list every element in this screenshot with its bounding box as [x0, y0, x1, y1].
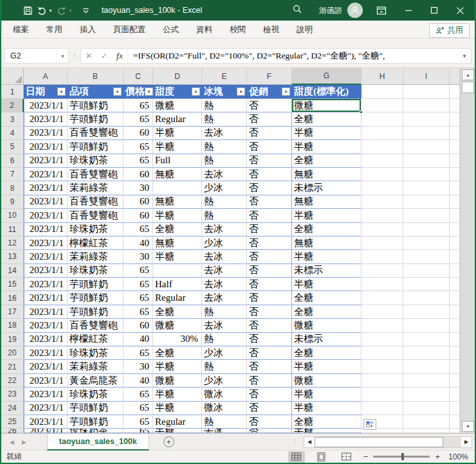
cell-E3[interactable]: 熱: [202, 112, 247, 126]
column-header-B[interactable]: B: [68, 68, 124, 85]
cell-G23[interactable]: 半糖: [292, 388, 362, 401]
cell-D9[interactable]: 無糖: [153, 195, 202, 209]
cell-G9[interactable]: 無糖: [292, 195, 362, 209]
scroll-right-icon[interactable]: ▶: [461, 437, 471, 447]
column-header-I[interactable]: I: [403, 68, 450, 85]
cell-C17[interactable]: 65: [124, 305, 153, 319]
cell-partial11[interactable]: [450, 223, 460, 236]
cell-I8[interactable]: [403, 181, 450, 195]
cell-G19[interactable]: 未標示: [292, 333, 362, 346]
formula-input[interactable]: =IFS(OR(D2="Full", D2="100%", D2="Regula…: [133, 50, 458, 62]
cell-H11[interactable]: [362, 223, 403, 236]
cell-partial3[interactable]: [450, 112, 460, 126]
cell-H7[interactable]: [362, 168, 403, 181]
cell-H18[interactable]: [362, 319, 403, 332]
cell-F17[interactable]: 否: [247, 305, 292, 319]
cell-G5[interactable]: 半糖: [292, 140, 362, 154]
filter-dropdown-icon[interactable]: ▼: [282, 87, 290, 96]
cell-G12[interactable]: 無糖: [292, 236, 362, 250]
row-header-18[interactable]: 18: [1, 319, 24, 332]
cell-B7[interactable]: 百香雙響砲: [68, 168, 124, 181]
ribbon-tab-0[interactable]: 檔案: [13, 25, 29, 34]
search-icon[interactable]: [292, 4, 302, 17]
cell-H5[interactable]: [362, 140, 403, 154]
undo-caret-icon[interactable]: ▼: [48, 8, 53, 13]
cell-H15[interactable]: [362, 278, 403, 291]
cell-E19[interactable]: 熱: [202, 333, 247, 346]
cell-A10[interactable]: 2023/1/1: [24, 209, 68, 222]
page-break-preview-icon[interactable]: [338, 451, 355, 463]
cell-D15[interactable]: Half: [153, 278, 202, 291]
cell-B1[interactable]: 品項▼: [68, 85, 124, 99]
cell-A9[interactable]: 2023/1/1: [24, 195, 68, 209]
cell-partial12[interactable]: [450, 236, 460, 250]
cell-partial13[interactable]: [450, 250, 460, 263]
cell-H20[interactable]: [362, 346, 403, 360]
cell-I26[interactable]: [403, 429, 450, 433]
cell-E6[interactable]: 熱: [202, 154, 247, 168]
cell-H22[interactable]: [362, 374, 403, 388]
cell-I4[interactable]: [403, 127, 450, 140]
cell-B24[interactable]: 芋頭鮮奶: [68, 402, 124, 415]
cell-G4[interactable]: 半糖: [292, 127, 362, 140]
cell-H14[interactable]: [362, 264, 403, 278]
cell-H1[interactable]: [362, 85, 403, 99]
cell-B14[interactable]: 珍珠奶茶: [68, 264, 124, 278]
cell-G10[interactable]: 半糖: [292, 209, 362, 222]
cell-D11[interactable]: 全糖: [153, 223, 202, 236]
undo-button[interactable]: ▼: [37, 5, 53, 15]
cell-G17[interactable]: 全糖: [292, 305, 362, 319]
cell-D12[interactable]: 無糖: [153, 236, 202, 250]
cell-G22[interactable]: 微糖: [292, 374, 362, 388]
cell-F25[interactable]: 否: [247, 415, 292, 429]
row-header-3[interactable]: 3: [1, 112, 24, 126]
row-header-22[interactable]: 22: [1, 374, 24, 388]
cell-D13[interactable]: 半糖: [153, 250, 202, 263]
row-header-17[interactable]: 17: [1, 305, 24, 319]
scroll-down-icon[interactable]: ▼: [462, 421, 474, 432]
cell-G21[interactable]: 半糖: [292, 360, 362, 373]
cell-C16[interactable]: 65: [124, 291, 153, 305]
cell-H19[interactable]: [362, 333, 403, 346]
cell-D8[interactable]: [153, 181, 202, 195]
cell-C18[interactable]: 60: [124, 319, 153, 332]
cell-D6[interactable]: Full: [153, 154, 202, 168]
cell-partial14[interactable]: [450, 264, 460, 278]
cell-A24[interactable]: 2023/1/1: [24, 402, 68, 415]
cell-A14[interactable]: 2023/1/1: [24, 264, 68, 278]
cell-A12[interactable]: 2023/1/1: [24, 236, 68, 250]
row-header-14[interactable]: 14: [1, 264, 24, 278]
cell-partial9[interactable]: [450, 195, 460, 209]
cell-E14[interactable]: 去冰: [202, 264, 247, 278]
cell-D21[interactable]: 半糖: [153, 360, 202, 373]
cell-I11[interactable]: [403, 223, 450, 236]
cell-I12[interactable]: [403, 236, 450, 250]
ribbon-tab-2[interactable]: 插入: [80, 25, 96, 34]
column-header-E[interactable]: E: [202, 68, 247, 85]
ribbon-tab-5[interactable]: 資料: [196, 25, 212, 34]
column-header-F[interactable]: F: [247, 68, 292, 85]
cell-C26[interactable]: 65: [124, 429, 153, 433]
cell-G16[interactable]: 全糖: [292, 291, 362, 305]
cell-F26[interactable]: 否: [247, 429, 292, 433]
zoom-out-icon[interactable]: −: [363, 452, 369, 461]
cell-partial2[interactable]: [450, 99, 460, 112]
enter-icon[interactable]: ✓: [96, 51, 112, 60]
cell-I3[interactable]: [403, 112, 450, 126]
cell-I18[interactable]: [403, 319, 450, 332]
cell-C2[interactable]: 65: [124, 99, 153, 112]
cell-F14[interactable]: 否: [247, 264, 292, 278]
close-button[interactable]: [449, 0, 471, 21]
cell-F8[interactable]: 否: [247, 181, 292, 195]
cell-C12[interactable]: 40: [124, 236, 153, 250]
cell-D5[interactable]: 半糖: [153, 140, 202, 154]
cell-E23[interactable]: 微冰: [202, 388, 247, 401]
sheet-tab-active[interactable]: taoyuan_sales_100k: [47, 434, 149, 451]
cell-C6[interactable]: 65: [124, 154, 153, 168]
cell-C11[interactable]: 65: [124, 223, 153, 236]
cell-A1[interactable]: 日期▼: [24, 85, 68, 99]
account-avatar[interactable]: [347, 3, 363, 18]
cell-A11[interactable]: 2023/1/1: [24, 223, 68, 236]
column-header-H[interactable]: H: [362, 68, 403, 85]
row-header-8[interactable]: 8: [1, 181, 24, 195]
